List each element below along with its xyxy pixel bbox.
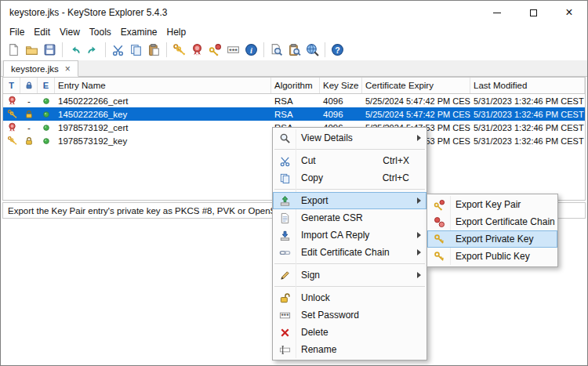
green-led-icon (42, 123, 51, 132)
algorithm-cell: RSA (271, 94, 320, 107)
menu-item-export[interactable]: Export (273, 192, 426, 209)
export-icon (274, 195, 296, 207)
expiry-status-cell (38, 94, 55, 107)
submenu-item-export-certificate-chain[interactable]: Export Certificate Chain (427, 213, 557, 230)
minimize-icon (493, 13, 501, 13)
save-disk-icon (43, 43, 56, 56)
scissors-icon (111, 43, 125, 56)
entry-type-cell (3, 134, 20, 147)
paste-button[interactable] (145, 41, 163, 59)
header-expiry[interactable]: E (38, 78, 55, 93)
menu-item-delete[interactable]: Delete (273, 324, 426, 341)
menu-item-sign[interactable]: Sign (273, 266, 426, 284)
menu-item-generate-csr[interactable]: Generate CSR (273, 209, 426, 226)
header-entry-name[interactable]: Entry Name (55, 78, 271, 93)
header-lock[interactable] (20, 78, 38, 93)
new-keystore-button[interactable] (5, 41, 23, 59)
examine-clipboard-icon (288, 43, 301, 56)
menu-item-copy[interactable]: Copy Ctrl+C (273, 169, 426, 187)
gold-key-icon (429, 251, 450, 263)
menu-item-unlock[interactable]: Unlock (273, 289, 426, 306)
password-stars-icon (274, 310, 296, 321)
tab-keystore-jks[interactable]: keystore.jks × (3, 60, 78, 77)
locked-icon (24, 110, 34, 119)
import-key-pair-button[interactable] (206, 41, 224, 59)
menu-view[interactable]: View (55, 26, 85, 38)
entry-name-cell: 1450222266_cert (55, 94, 271, 107)
redo-icon (86, 43, 100, 56)
examine-file-icon (270, 43, 283, 56)
save-keystore-button[interactable] (41, 41, 59, 59)
menu-item-import-ca-reply[interactable]: Import CA Reply (273, 226, 426, 244)
table-row-selected[interactable]: 1450222266_key RSA 4096 5/25/2024 5:47:4… (3, 107, 585, 121)
menu-file[interactable]: File (5, 26, 29, 38)
properties-button[interactable] (242, 41, 260, 59)
lock-cell (20, 134, 38, 147)
close-icon: × (565, 6, 572, 19)
key-pair-icon (7, 136, 17, 146)
certificate-icon (7, 122, 17, 132)
menu-item-set-password[interactable]: Set Password (273, 306, 426, 324)
redo-button[interactable] (84, 41, 102, 59)
header-type[interactable]: T (3, 78, 20, 93)
menu-separator (274, 149, 425, 150)
menu-item-edit-certificate-chain[interactable]: Edit Certificate Chain (273, 244, 426, 261)
menu-item-view-details[interactable]: View Details (273, 129, 426, 147)
menu-item-rename[interactable]: Rename (273, 341, 426, 358)
undo-button[interactable] (66, 41, 84, 59)
title-bar[interactable]: keystore.jks - KeyStore Explorer 5.4.3 × (1, 1, 587, 24)
magnifier-icon (274, 132, 296, 144)
toolbar-separator (62, 42, 63, 57)
keystore-explorer-window: keystore.jks - KeyStore Explorer 5.4.3 ×… (0, 0, 588, 366)
minimize-button[interactable] (479, 1, 515, 24)
delete-x-icon (274, 327, 296, 339)
last-modified-cell: 5/31/2023 1:32:46 PM CEST (470, 107, 585, 121)
close-button[interactable]: × (551, 1, 587, 24)
cut-button[interactable] (109, 41, 127, 59)
chain-icon (274, 247, 296, 259)
menu-item-cut[interactable]: Cut Ctrl+X (273, 152, 426, 169)
submenu-item-export-private-key[interactable]: Export Private Key (427, 230, 557, 248)
import-trusted-certificate-button[interactable] (188, 41, 206, 59)
menu-examine[interactable]: Examine (116, 26, 162, 38)
tab-bar: keystore.jks × (1, 60, 587, 77)
header-key-size[interactable]: Key Size (320, 78, 362, 93)
copy-button[interactable] (127, 41, 145, 59)
paste-icon (147, 43, 161, 56)
menu-separator (274, 286, 425, 287)
expiry-status-cell (38, 134, 55, 147)
tab-close-icon[interactable]: × (65, 64, 71, 74)
menu-help[interactable]: Help (162, 26, 191, 38)
help-icon (331, 43, 344, 56)
new-file-icon (7, 43, 20, 56)
certificate-chain-icon (429, 216, 450, 228)
entry-type-cell (3, 121, 20, 134)
toolbar-separator (263, 42, 264, 57)
help-button[interactable] (328, 41, 347, 59)
certificate-icon (7, 96, 17, 106)
toolbar-separator (166, 42, 167, 57)
last-modified-cell: 5/31/2023 1:32:46 PM CEST (470, 94, 585, 107)
header-algorithm[interactable]: Algorithm (271, 78, 320, 93)
menu-tools[interactable]: Tools (85, 26, 116, 38)
toolbar (1, 39, 587, 60)
open-keystore-button[interactable] (23, 41, 41, 59)
menu-edit[interactable]: Edit (29, 26, 55, 38)
generate-key-pair-button[interactable] (170, 41, 188, 59)
set-password-button[interactable] (224, 41, 242, 59)
submenu-item-export-public-key[interactable]: Export Public Key (427, 248, 557, 265)
examine-clipboard-button[interactable] (285, 41, 303, 59)
rename-icon (274, 344, 296, 356)
submenu-arrow-icon (417, 135, 421, 141)
table-header-row: T E Entry Name Algorithm Key Size Certif… (3, 78, 585, 94)
maximize-button[interactable] (515, 1, 551, 24)
expiry-status-cell (38, 121, 55, 134)
table-row[interactable]: - 1450222266_cert RSA 4096 5/25/2024 5:4… (3, 94, 585, 107)
header-certificate-expiry[interactable]: Certificate Expiry (362, 78, 470, 93)
examine-file-button[interactable] (267, 41, 285, 59)
examine-ssl-button[interactable] (303, 41, 321, 59)
header-last-modified[interactable]: Last Modified (470, 78, 585, 93)
export-submenu: Export Key Pair Export Certificate Chain… (426, 194, 558, 267)
entry-name-cell: 1978573192_key (55, 134, 271, 147)
submenu-item-export-key-pair[interactable]: Export Key Pair (427, 196, 557, 213)
